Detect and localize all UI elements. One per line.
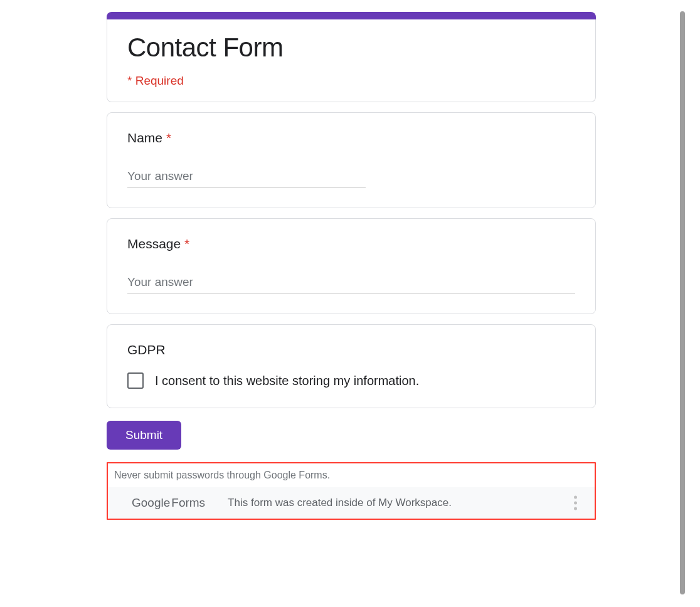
required-star: *: [184, 236, 189, 251]
required-note: * Required: [127, 74, 575, 88]
required-star: *: [166, 130, 171, 145]
submit-button[interactable]: Submit: [107, 421, 181, 450]
header-card: Contact Form * Required: [107, 13, 596, 102]
footer-bar: GoogleForms This form was created inside…: [108, 487, 595, 519]
consent-label: I consent to this website storing my inf…: [155, 374, 419, 388]
form-container: Contact Form * Required Name * Message *…: [107, 0, 596, 520]
form-title: Contact Form: [127, 33, 575, 63]
question-card-name: Name *: [107, 112, 596, 208]
label-text: Message: [127, 236, 181, 251]
more-options-icon[interactable]: [570, 492, 581, 514]
question-label-message: Message *: [127, 236, 575, 251]
question-label-gdpr: GDPR: [127, 342, 575, 357]
scrollbar[interactable]: [680, 11, 685, 594]
checkbox-row: I consent to this website storing my inf…: [127, 372, 575, 389]
workspace-note: This form was created inside of My Works…: [228, 497, 452, 509]
question-card-message: Message *: [107, 218, 596, 314]
question-label-name: Name *: [127, 130, 575, 145]
name-input[interactable]: [127, 166, 366, 187]
accent-bar: [107, 12, 596, 19]
label-text: Name: [127, 130, 162, 145]
logo-forms: Forms: [171, 496, 205, 509]
question-card-gdpr: GDPR I consent to this website storing m…: [107, 324, 596, 408]
message-input[interactable]: [127, 272, 575, 293]
consent-checkbox[interactable]: [127, 372, 144, 389]
google-forms-logo[interactable]: GoogleForms: [132, 496, 205, 510]
password-warning: Never submit passwords through Google Fo…: [114, 470, 588, 481]
footer-highlight-box: Never submit passwords through Google Fo…: [107, 462, 596, 520]
logo-google: Google: [132, 496, 170, 509]
